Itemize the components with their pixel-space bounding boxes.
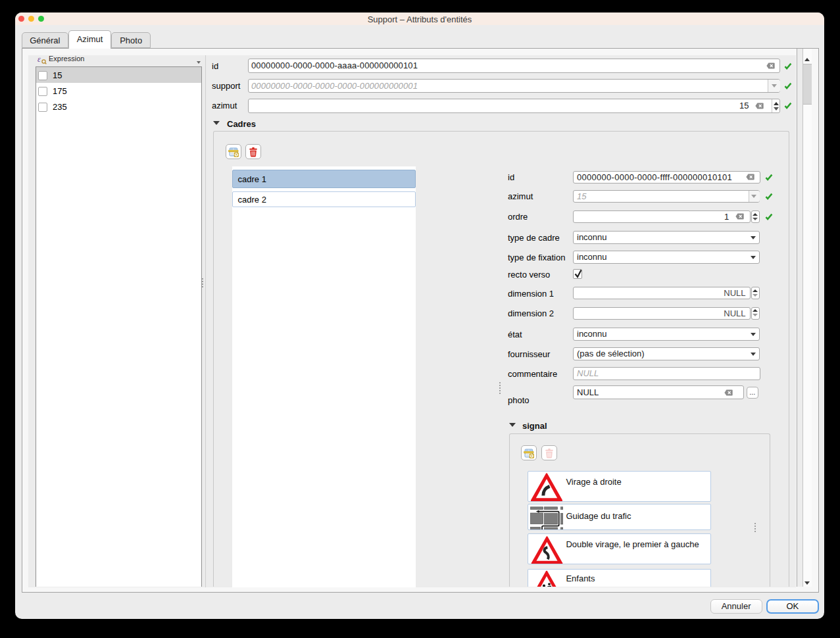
svg-text:ε: ε [37,55,41,64]
